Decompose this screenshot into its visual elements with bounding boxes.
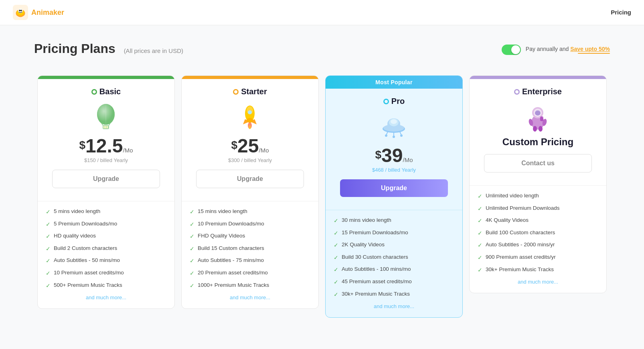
plan-billed-starter: $300 / billed Yearly bbox=[190, 157, 310, 163]
check-icon: ✓ bbox=[334, 291, 338, 299]
feature-enterprise-0: ✓Unlimited video length bbox=[478, 192, 598, 201]
plan-card-pro: Most Popular Pro bbox=[325, 75, 463, 318]
feature-basic-1: ✓5 Premium Downloads/mo bbox=[46, 220, 166, 229]
billing-text: Pay annually and Save upto 50% bbox=[526, 46, 610, 54]
svg-point-32 bbox=[393, 136, 395, 138]
toggle-knob bbox=[511, 45, 520, 54]
plan-name-starter: Starter bbox=[241, 87, 267, 96]
check-icon: ✓ bbox=[190, 221, 194, 229]
plan-header-enterprise: Enterprise bbox=[470, 79, 606, 185]
upgrade-button-starter[interactable]: Upgrade bbox=[196, 170, 304, 188]
header: Animaker Pricing bbox=[0, 0, 644, 25]
svg-point-41 bbox=[533, 126, 537, 132]
feature-basic-0: ✓5 mins video length bbox=[46, 208, 166, 216]
svg-point-5 bbox=[20, 10, 22, 11]
save-underline bbox=[578, 53, 610, 54]
plan-top-bar-basic bbox=[38, 76, 174, 79]
check-icon: ✓ bbox=[190, 245, 194, 253]
feature-enterprise-3: ✓Build 100 Custom characters bbox=[478, 229, 598, 237]
plan-header-basic: Basic bbox=[38, 79, 174, 201]
check-icon: ✓ bbox=[478, 229, 482, 237]
upgrade-button-basic[interactable]: Upgrade bbox=[52, 170, 160, 188]
check-icon: ✓ bbox=[478, 254, 482, 262]
check-icon: ✓ bbox=[190, 208, 194, 216]
custom-pricing-text: Custom Pricing bbox=[478, 136, 598, 148]
check-icon: ✓ bbox=[46, 233, 51, 241]
check-icon: ✓ bbox=[478, 217, 482, 225]
feature-basic-2: ✓HD quality videos bbox=[46, 232, 166, 241]
contact-button-enterprise[interactable]: Contact us bbox=[484, 154, 592, 172]
feature-enterprise-5: ✓900 Premium asset credits/yr bbox=[478, 254, 598, 262]
svg-rect-11 bbox=[103, 126, 105, 128]
plan-name-enterprise: Enterprise bbox=[522, 87, 562, 96]
plan-dot-basic bbox=[91, 89, 97, 95]
feature-pro-2: ✓2K Quality Videos bbox=[334, 241, 454, 250]
feature-starter-6: ✓1000+ Premium Music Tracks bbox=[190, 282, 310, 290]
svg-point-27 bbox=[391, 119, 397, 124]
plan-dot-pro bbox=[383, 99, 389, 104]
billing-toggle-area: Pay annually and Save upto 50% bbox=[502, 41, 610, 55]
feature-starter-2: ✓FHD Quality Videos bbox=[190, 232, 310, 241]
check-icon: ✓ bbox=[46, 221, 51, 229]
feature-basic-3: ✓Build 2 Custom characters bbox=[46, 245, 166, 253]
check-icon: ✓ bbox=[334, 266, 338, 274]
page-title-text: Pricing Plans bbox=[34, 41, 115, 56]
nav-pricing[interactable]: Pricing bbox=[611, 9, 631, 16]
svg-rect-43 bbox=[540, 116, 543, 121]
feature-starter-1: ✓10 Premium Downloads/mo bbox=[190, 220, 310, 229]
plan-top-bar-starter bbox=[182, 76, 318, 79]
plan-name-row-enterprise: Enterprise bbox=[478, 87, 598, 96]
plan-features-pro: ✓30 mins video length ✓15 Premium Downlo… bbox=[326, 210, 462, 317]
feature-pro-1: ✓15 Premium Downloads/mo bbox=[334, 229, 454, 237]
check-icon: ✓ bbox=[46, 208, 51, 216]
feature-enterprise-6: ✓30k+ Premium Music Tracks bbox=[478, 266, 598, 274]
more-link-starter[interactable]: and much more... bbox=[190, 294, 310, 300]
plans-grid: Basic bbox=[34, 75, 610, 318]
save-text: Save upto 50% bbox=[570, 46, 610, 52]
feature-pro-3: ✓Build 30 Custom characters bbox=[334, 254, 454, 262]
feature-basic-6: ✓500+ Premium Music Tracks bbox=[46, 282, 166, 290]
plan-name-row-starter: Starter bbox=[190, 87, 310, 96]
plan-icon-enterprise bbox=[478, 101, 598, 133]
check-icon: ✓ bbox=[478, 193, 482, 201]
feature-enterprise-2: ✓4K Quality Videos bbox=[478, 217, 598, 225]
check-icon: ✓ bbox=[334, 229, 338, 237]
svg-point-31 bbox=[385, 134, 387, 137]
more-link-enterprise[interactable]: and much more... bbox=[478, 279, 598, 285]
feature-pro-5: ✓45 Premium asset credits/mo bbox=[334, 278, 454, 286]
check-icon: ✓ bbox=[478, 241, 482, 250]
more-link-basic[interactable]: and much more... bbox=[46, 294, 166, 300]
svg-point-4 bbox=[19, 10, 20, 11]
plan-features-enterprise: ✓Unlimited video length ✓Unlimited Premi… bbox=[470, 185, 606, 293]
plan-features-starter: ✓15 mins video length ✓10 Premium Downlo… bbox=[182, 201, 318, 308]
billing-toggle[interactable] bbox=[502, 45, 521, 55]
svg-point-20 bbox=[248, 110, 252, 114]
feature-starter-5: ✓20 Premium asset credits/mo bbox=[190, 269, 310, 278]
balloon-icon bbox=[91, 102, 121, 132]
animaker-logo-icon bbox=[13, 5, 28, 20]
check-icon: ✓ bbox=[46, 245, 51, 253]
rocket-icon bbox=[235, 102, 265, 132]
svg-point-38 bbox=[535, 111, 541, 116]
check-icon: ✓ bbox=[46, 270, 51, 278]
plan-features-basic: ✓5 mins video length ✓5 Premium Download… bbox=[38, 201, 174, 308]
svg-point-19 bbox=[247, 118, 253, 123]
astronaut-icon bbox=[523, 102, 553, 132]
plan-card-basic: Basic bbox=[37, 75, 175, 309]
upgrade-button-pro[interactable]: Upgrade bbox=[340, 179, 448, 197]
plan-name-row-basic: Basic bbox=[46, 87, 166, 96]
plan-name-row-pro: Pro bbox=[334, 97, 454, 106]
plan-card-enterprise: Enterprise bbox=[469, 75, 607, 293]
billing-label: Pay annually and bbox=[526, 46, 570, 52]
check-icon: ✓ bbox=[46, 282, 51, 290]
check-icon: ✓ bbox=[190, 233, 194, 241]
check-icon: ✓ bbox=[334, 278, 338, 286]
plan-header-starter: Starter $25/Mo bbox=[182, 79, 318, 201]
feature-starter-3: ✓Build 15 Custom characters bbox=[190, 245, 310, 253]
svg-point-42 bbox=[539, 126, 543, 132]
more-link-pro[interactable]: and much more... bbox=[334, 303, 454, 309]
plan-dot-starter bbox=[233, 89, 239, 95]
ufo-icon bbox=[379, 112, 409, 142]
feature-starter-4: ✓Auto Subtitles - 75 mins/mo bbox=[190, 257, 310, 265]
title-block: Pricing Plans (All prices are in USD) bbox=[34, 41, 183, 56]
